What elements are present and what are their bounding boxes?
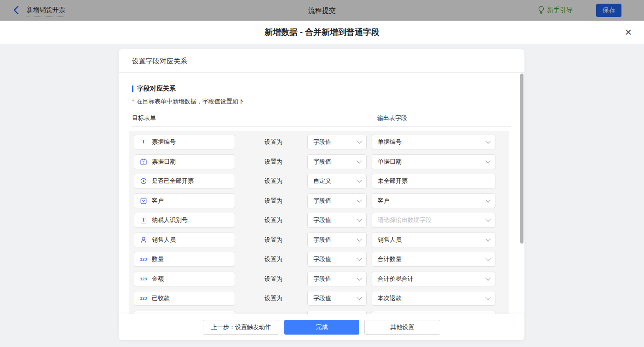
target-field-label: 销售人员: [152, 236, 176, 244]
set-as-label: 设置为: [264, 154, 282, 169]
chevron-down-icon: [356, 295, 362, 300]
output-field-control[interactable]: 合计数量: [372, 252, 495, 267]
close-icon[interactable]: ✕: [625, 21, 632, 44]
field-mapping-row: 7 123 已收款 设置为 字段值: [129, 291, 509, 306]
output-field-control[interactable]: 客户: [372, 193, 495, 208]
output-field-text: 未全部开票: [378, 177, 490, 185]
field-type-icon: 7 123: [140, 257, 147, 262]
hint-line: *在目标表单中新增数据，字段值设置如下: [132, 97, 524, 106]
chevron-down-icon: [485, 138, 490, 143]
field-type-icon: 7: [140, 198, 147, 204]
value-mode-select[interactable]: 字段值: [307, 272, 367, 286]
chevron-down-icon: [356, 256, 362, 261]
field-mapping-row: T 7: [129, 135, 509, 149]
output-field-control[interactable]: 销售人员: [372, 233, 495, 247]
svg-text:7: 7: [143, 161, 144, 164]
value-mode-text: 字段值: [313, 197, 357, 205]
output-field-control[interactable]: 单据日期: [372, 154, 495, 169]
value-mode-text: 字段值: [313, 216, 357, 224]
chevron-down-icon: [485, 158, 490, 163]
output-value-input[interactable]: 未全部开票: [372, 174, 495, 188]
set-as-label: 设置为: [264, 272, 282, 286]
value-mode-text: 字段值: [313, 236, 357, 244]
field-type-icon: T 7: [140, 139, 147, 145]
value-mode-select[interactable]: 字段值: [307, 252, 367, 267]
field-type-icon: 7 123: [140, 296, 147, 301]
chevron-down-icon: [485, 295, 490, 300]
target-field-box[interactable]: 7: [134, 311, 235, 314]
chevron-down-icon: [356, 236, 362, 241]
value-mode-select[interactable]: 自定义: [307, 174, 367, 188]
output-field-text: 单据编号: [378, 138, 486, 146]
output-field-text: 本次退款: [378, 294, 486, 302]
set-as-label: 设置为: [264, 213, 282, 228]
output-field-control[interactable]: 本次退款: [372, 291, 495, 306]
set-as-label: 设置为: [264, 252, 282, 267]
output-field-text: 请选择输出数据字段: [378, 216, 486, 224]
target-field-box[interactable]: 7 票据日期: [134, 154, 235, 169]
target-field-box[interactable]: 7 客户: [134, 193, 235, 208]
field-mapping-row: 7 客户 设置为 字段值: [129, 193, 509, 208]
set-as-label: 设置为: [264, 193, 282, 208]
chevron-down-icon: [356, 197, 362, 202]
field-type-icon: T 7: [140, 217, 147, 223]
value-mode-text: 字段值: [313, 255, 357, 263]
set-as-label: 设置为: [264, 291, 282, 306]
field-mapping-row: 7 票据日期 设置为 字段值: [129, 154, 509, 169]
target-field-label: 客户: [152, 197, 164, 205]
chevron-down-icon: [485, 216, 490, 222]
field-mapping-row: 7 123 金额 设置为 字段值: [129, 272, 509, 286]
required-mark: *: [132, 98, 134, 105]
modal-dim-overlay: [0, 0, 644, 21]
output-field-text: 单据日期: [378, 158, 486, 166]
panel-header-title: 设置字段对应关系: [119, 49, 524, 73]
output-field-control[interactable]: 请选择输出数据字段: [372, 213, 495, 228]
set-as-label: 设置为: [264, 174, 282, 188]
person-icon: [140, 237, 147, 243]
column-header-output-fields: 输出表字段: [377, 114, 407, 122]
target-field-box[interactable]: T 7: [134, 135, 235, 149]
chevron-down-icon: [356, 216, 362, 222]
rows-area: T 7: [129, 131, 509, 314]
value-mode-text: 自定义: [313, 177, 357, 185]
target-field-box[interactable]: T 7: [134, 213, 235, 228]
select-icon: [140, 198, 147, 204]
target-field-label: 票据日期: [152, 158, 176, 166]
target-field-box[interactable]: 7 123 金额: [134, 272, 235, 286]
target-field-label: 金额: [152, 275, 164, 283]
set-as-label: 设置为: [264, 135, 282, 149]
target-field-label: 已收款: [152, 294, 170, 302]
chevron-down-icon: [485, 256, 490, 261]
target-field-box[interactable]: 7 123 数量: [134, 252, 235, 267]
output-field-control[interactable]: 单据编号: [372, 135, 495, 149]
output-field-control[interactable]: 合计价税合计: [372, 272, 495, 286]
field-mapping-row: T 7: [129, 213, 509, 228]
chevron-down-icon: [485, 275, 490, 280]
chevron-down-icon: [485, 236, 490, 241]
section-accent-bar: [132, 85, 133, 92]
value-mode-select[interactable]: 字段值: [307, 291, 367, 306]
value-mode-select[interactable]: 字段值: [307, 154, 367, 169]
field-mapping-row: 7: [129, 311, 509, 314]
text-field-icon: T: [141, 217, 146, 223]
target-field-box[interactable]: 7 123 已收款: [134, 291, 235, 306]
value-mode-select[interactable]: 字段值: [307, 193, 367, 208]
field-type-icon: 7 123: [140, 277, 147, 281]
value-mode-select[interactable]: 字段值: [307, 135, 367, 149]
modal-title: 新增数据 - 合并新增到普通字段: [0, 21, 644, 44]
output-field-control[interactable]: [372, 311, 495, 314]
text-field-icon: T: [141, 139, 146, 145]
other-settings-button[interactable]: 其他设置: [364, 320, 440, 335]
target-field-box[interactable]: 7 销售人员: [134, 233, 235, 247]
column-headers: 目标表单 输出表字段: [132, 113, 511, 127]
done-button[interactable]: 完成: [284, 320, 359, 335]
vertical-scrollbar-thumb[interactable]: [520, 74, 523, 244]
previous-step-button[interactable]: 上一步：设置触发动作: [203, 320, 279, 335]
value-mode-select[interactable]: 字段值: [307, 233, 367, 247]
value-mode-select[interactable]: 字段值: [307, 213, 367, 228]
target-field-box[interactable]: 7 是否已全部开票: [134, 174, 235, 188]
number-icon: 123: [140, 296, 147, 301]
radio-icon: [140, 178, 147, 184]
output-field-text: 客户: [378, 197, 486, 205]
value-mode-select[interactable]: [307, 311, 367, 314]
